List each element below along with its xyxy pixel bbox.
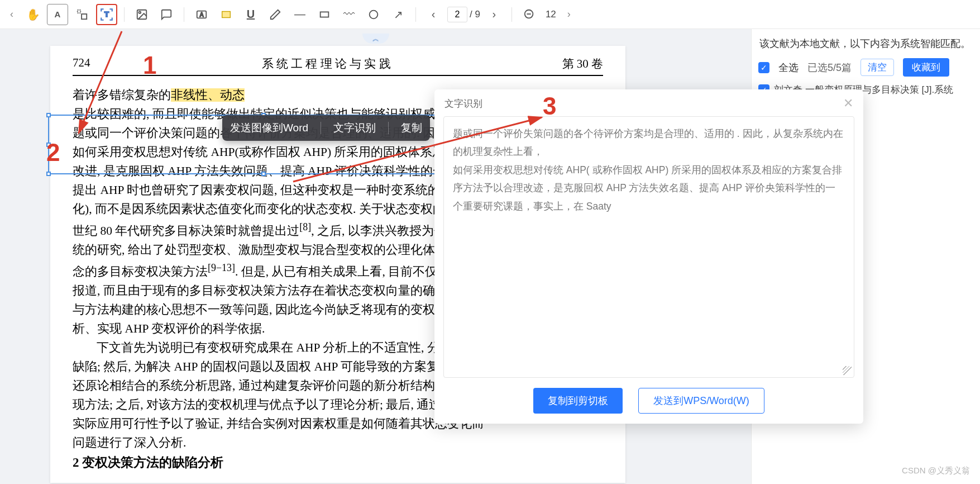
wave-tool-icon[interactable]: 〰 <box>338 4 360 25</box>
divider <box>415 7 416 22</box>
page-total: / 9 <box>470 9 480 20</box>
select-all-label: 全选 <box>778 61 799 74</box>
page-number: 724 <box>73 56 90 72</box>
toolbar: ‹ ✋ A T A U — 〰 ↗ ‹ / 9 › 12 › <box>0 0 980 29</box>
highlight-tool-icon[interactable] <box>216 4 237 25</box>
ocr-title: 文字识别 <box>444 97 482 110</box>
ctx-send-word[interactable]: 发送图像到Word <box>230 121 308 135</box>
svg-text:A: A <box>200 11 204 17</box>
selected-count: 已选5/5篇 <box>807 61 852 74</box>
line-tool-icon[interactable]: — <box>289 4 310 25</box>
page-input[interactable] <box>447 7 467 22</box>
circle-tool-icon[interactable] <box>363 4 384 25</box>
hand-tool-icon[interactable]: ✋ <box>22 4 44 25</box>
comment-tool-icon[interactable] <box>156 4 177 25</box>
divider <box>124 7 125 22</box>
svg-text:T: T <box>104 10 109 18</box>
page-indicator: / 9 <box>447 7 480 22</box>
clear-button[interactable]: 清空 <box>861 59 894 76</box>
image-tool-icon[interactable] <box>131 4 152 25</box>
chevron-right-icon[interactable]: › <box>562 4 576 25</box>
select-all-checkbox[interactable]: ✓ <box>758 62 769 73</box>
zoom-out-icon[interactable] <box>519 4 540 25</box>
close-icon[interactable]: ✕ <box>843 96 853 111</box>
text-select-icon[interactable]: A <box>47 4 68 25</box>
ocr-text-area[interactable]: 题或同一个评价失策问题的各个待评价方案均是合理的、适用的 . 因此，从复杂系统内… <box>443 116 854 378</box>
area-select-icon[interactable] <box>71 4 93 25</box>
copy-clipboard-button[interactable]: 复制到剪切板 <box>533 388 623 414</box>
zoom-value: 12 <box>543 9 558 20</box>
highlighted-text: 非线性、动态 <box>171 88 245 102</box>
svg-rect-8 <box>321 12 329 17</box>
next-page-icon[interactable]: › <box>484 4 505 25</box>
section-heading: 2 变权决策方法的缺陷分析 <box>73 453 603 473</box>
ocr-dialog: 文字识别 ✕ 题或同一个评价失策问题的各个待评价方案均是合理的、适用的 . 因此… <box>434 89 863 424</box>
journal-title: 系 统 工 程 理 论 与 实 践 <box>262 56 391 72</box>
ocr-paragraph: 如何采用变权思想对传统 AHP( 或称作固权 AHP) 所采用的固权体系及相应的… <box>453 161 845 215</box>
arrow-tool-icon[interactable]: ↗ <box>388 4 409 25</box>
watermark: CSDN @义秀义翁 <box>902 466 970 476</box>
prev-page-icon[interactable]: ‹ <box>423 4 444 25</box>
volume-label: 第 30 卷 <box>562 56 604 72</box>
svg-point-9 <box>370 10 378 18</box>
divider <box>511 7 512 22</box>
context-menu: 发送图像到Word 文字识别 复制 <box>222 115 430 141</box>
favorite-button[interactable]: 收藏到 <box>903 58 949 77</box>
underline-tool-icon[interactable]: U <box>240 4 261 25</box>
collapse-toolbar-icon[interactable]: ︽ <box>362 34 389 44</box>
svg-rect-0 <box>78 10 81 13</box>
panel-notice: 该文献为本地文献，以下内容为系统智能匹配。 <box>759 37 972 50</box>
textbox-tool-icon[interactable]: A <box>191 4 212 25</box>
ctx-ocr[interactable]: 文字识别 <box>333 121 376 135</box>
ocr-tool-icon[interactable]: T <box>96 4 117 25</box>
svg-rect-7 <box>222 11 231 17</box>
pen-tool-icon[interactable] <box>265 4 286 25</box>
chevron-left-icon[interactable]: ‹ <box>4 4 19 25</box>
divider <box>184 7 184 22</box>
send-wps-word-button[interactable]: 发送到WPS/Word(W) <box>638 388 764 414</box>
ctx-copy[interactable]: 复制 <box>401 121 422 135</box>
ocr-paragraph: 题或同一个评价失策问题的各个待评价方案均是合理的、适用的 . 因此，从复杂系统内… <box>453 125 845 161</box>
svg-rect-1 <box>82 14 87 19</box>
svg-point-4 <box>139 11 141 13</box>
rect-tool-icon[interactable] <box>314 4 335 25</box>
